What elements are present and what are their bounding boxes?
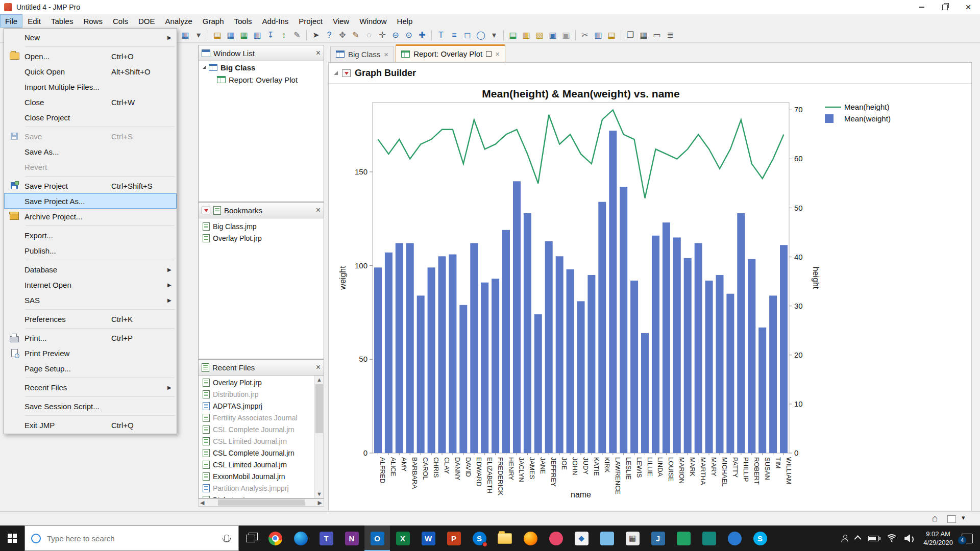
taskbar-skype-blue-icon[interactable]: S — [747, 525, 773, 551]
recent-files-header[interactable]: Recent Files × — [198, 359, 324, 375]
file-menu-item-quick-open[interactable]: Quick OpenAlt+Shift+O — [4, 64, 177, 79]
scroll-left-icon[interactable]: ◀ — [199, 499, 206, 506]
red-triangle-menu-icon[interactable] — [202, 207, 210, 214]
file-menu-item-save-as[interactable]: Save As... — [4, 144, 177, 159]
toolbar-new-journal-icon[interactable]: ▤ — [211, 29, 224, 41]
window-list-item-report-overlay-plot[interactable]: Report: Overlay Plot — [199, 73, 324, 86]
toolbar-copy-icon[interactable]: ▥ — [592, 29, 604, 41]
file-menu-item-close-project[interactable]: Close Project — [4, 110, 177, 125]
overlay-plot-chart[interactable]: Mean(height) & Mean(weight) vs. name0501… — [337, 83, 975, 511]
toolbar-save-icon[interactable]: ▣ — [547, 29, 559, 41]
file-menu-item-save[interactable]: SaveCtrl+S — [4, 129, 177, 144]
recent-file-item-fertility-associates-journal[interactable]: Fertility Associates Journal — [199, 412, 324, 423]
file-menu-item-recent-files[interactable]: Recent Files▶ — [4, 380, 177, 395]
red-triangle-menu-icon[interactable] — [342, 69, 351, 77]
file-menu-item-close[interactable]: CloseCtrl+W — [4, 94, 177, 110]
bookmark-item-big-class-jmp[interactable]: Big Class.jmp — [199, 220, 324, 232]
task-view-button[interactable] — [239, 525, 262, 551]
disclosure-triangle-icon[interactable] — [334, 71, 338, 75]
toolbar-open-folder-icon[interactable]: ▧ — [533, 29, 546, 41]
file-menu-item-open[interactable]: Open...Ctrl+O — [4, 48, 177, 64]
taskbar-search[interactable] — [24, 525, 239, 551]
file-menu-item-archive-project[interactable]: Archive Project... — [4, 209, 177, 224]
toolbar-sort-icon[interactable]: ↕ — [278, 29, 290, 41]
taskbar-app-white-icon[interactable]: ◆ — [569, 525, 594, 551]
file-menu-item-sas[interactable]: SAS▶ — [4, 292, 177, 308]
toolbar-magnifier-icon[interactable]: ⊙ — [403, 29, 415, 41]
file-menu-item-new[interactable]: New▶ — [4, 30, 177, 45]
tab-float-icon[interactable] — [486, 51, 492, 57]
recent-file-item-partition-analysis-jmpprj[interactable]: Partition Analysis.jmpprj — [199, 482, 324, 494]
action-center-button[interactable]: 4 — [958, 525, 980, 551]
file-menu-item-database[interactable]: Database▶ — [4, 262, 177, 277]
taskbar-app-lightblue-icon[interactable] — [594, 525, 620, 551]
menu-view[interactable]: View — [328, 14, 354, 28]
recent-file-item-csl-complete-journal-jrn[interactable]: CSL Complete Journal.jrn — [199, 423, 324, 435]
recent-file-item-distribution-jrp[interactable]: Distribution.jrp — [199, 388, 324, 400]
toolbar-zoom-in-icon[interactable]: ✚ — [416, 29, 428, 41]
toolbar-arrow-cursor-icon[interactable]: ➤ — [310, 29, 322, 41]
scroll-down-icon[interactable]: ▼ — [315, 490, 324, 498]
toolbar-brush-icon[interactable]: ✎ — [350, 29, 362, 41]
toolbar-zoom-out-icon[interactable]: ⊖ — [389, 29, 402, 41]
toolbar-save-all-icon[interactable]: ▣ — [560, 29, 572, 41]
taskbar-powerpoint-icon[interactable]: P — [441, 525, 467, 551]
scrollbar-thumb[interactable] — [315, 384, 323, 433]
minimize-button[interactable] — [910, 0, 933, 14]
recent-files-close-icon[interactable]: × — [316, 363, 321, 371]
scrollbar-thumb[interactable] — [218, 499, 305, 506]
people-button[interactable] — [837, 525, 852, 551]
recent-file-item-exxonmobil-journal-jrn[interactable]: ExxonMobil Journal.jrn — [199, 470, 324, 482]
menu-doe[interactable]: DOE — [133, 14, 160, 28]
toolbar-new-data-table-icon[interactable]: ▦ — [225, 29, 237, 41]
toolbar-caret-down-icon[interactable]: ▾ — [488, 29, 500, 41]
toolbar-pencil-icon[interactable]: ✎ — [291, 29, 303, 41]
taskbar-outlook-icon[interactable]: O — [364, 525, 390, 551]
toolbar-list-view-icon[interactable]: ≣ — [664, 29, 676, 41]
file-menu-item-publish[interactable]: Publish... — [4, 243, 177, 258]
taskbar-calculator-icon[interactable]: ▦ — [620, 525, 645, 551]
tab-report-overlay-plot[interactable]: Report: Overlay Plot × — [396, 44, 505, 62]
tab-close-icon[interactable]: × — [384, 50, 388, 59]
toolbar-new-window-icon[interactable]: ▤ — [507, 29, 519, 41]
file-menu-item-page-setup[interactable]: Page Setup... — [4, 361, 177, 376]
window-list-item-big-class[interactable]: Big Class — [199, 61, 324, 73]
taskbar-skype-icon[interactable]: S — [467, 525, 492, 551]
scroll-up-icon[interactable]: ▲ — [315, 375, 324, 384]
menu-window[interactable]: Window — [354, 14, 391, 28]
taskbar-firefox-icon[interactable] — [518, 525, 543, 551]
taskbar-edge-icon[interactable] — [288, 525, 313, 551]
recent-file-item-overlay-plot-jrp[interactable]: Overlay Plot.jrp — [199, 377, 324, 388]
toolbar-text-annotate-icon[interactable]: T — [435, 29, 447, 41]
network-indicator[interactable] — [883, 525, 901, 551]
taskbar-excel-icon[interactable]: X — [390, 525, 415, 551]
toolbar-data-table-grid-icon[interactable]: ▦ — [179, 29, 191, 41]
taskbar-app-teal-icon[interactable] — [696, 525, 722, 551]
tab-close-icon[interactable]: × — [495, 49, 500, 58]
toolbar-shape-annotate-icon[interactable]: ◻ — [461, 29, 474, 41]
window-indicator-icon[interactable] — [947, 515, 956, 523]
toolbar-caret-down-icon[interactable]: ▾ — [192, 29, 205, 41]
toolbar-grabber-hand-icon[interactable]: ✥ — [336, 29, 349, 41]
taskbar-word-icon[interactable]: W — [415, 525, 441, 551]
menu-add-ins[interactable]: Add-Ins — [257, 14, 294, 28]
microphone-icon[interactable] — [224, 535, 229, 542]
file-menu-item-internet-open[interactable]: Internet Open▶ — [4, 277, 177, 292]
file-menu-item-save-project-as[interactable]: Save Project As... — [4, 193, 177, 209]
horizontal-scrollbar[interactable]: ◀ ▶ — [198, 498, 324, 507]
menu-tables[interactable]: Tables — [46, 14, 78, 28]
toolbar-duplicate-window-icon[interactable]: ❐ — [624, 29, 636, 41]
toolbar-cut-scissors-icon[interactable]: ✂ — [579, 29, 591, 41]
search-input[interactable] — [46, 534, 219, 543]
tray-expand-button[interactable] — [852, 525, 865, 551]
menu-tools[interactable]: Tools — [229, 14, 257, 28]
taskbar-app-blue-icon[interactable]: J — [645, 525, 671, 551]
file-menu-item-save-session-script[interactable]: Save Session Script... — [4, 398, 177, 414]
toolbar-paste-icon[interactable]: ▤ — [605, 29, 618, 41]
menu-project[interactable]: Project — [293, 14, 328, 28]
recent-file-item-diabetes-jmp[interactable]: Diabetes.jmp — [199, 494, 324, 498]
start-button[interactable] — [0, 525, 24, 551]
scroll-right-icon[interactable]: ▶ — [316, 499, 324, 506]
file-menu-item-print-preview[interactable]: Print Preview — [4, 345, 177, 361]
toolbar-export-icon[interactable]: ↧ — [264, 29, 277, 41]
